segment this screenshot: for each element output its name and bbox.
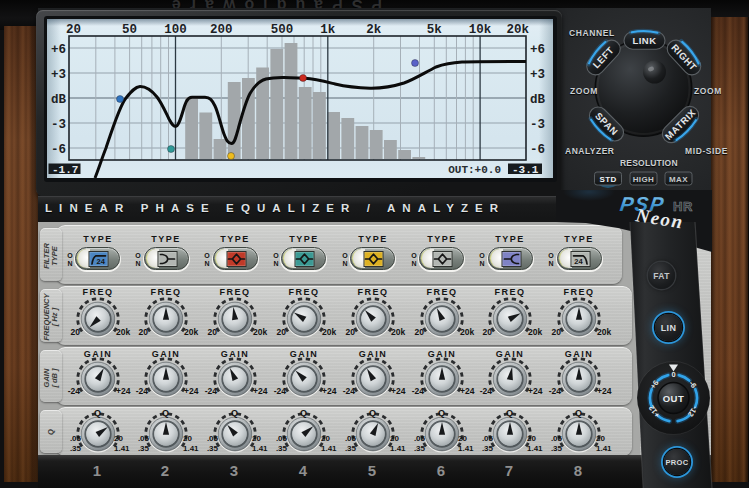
svg-text:OUT: OUT: [663, 393, 685, 404]
svg-text:dB: dB: [51, 93, 67, 107]
svg-text:-3: -3: [51, 118, 66, 132]
svg-text:LINK: LINK: [632, 35, 656, 46]
svg-text:-3: -3: [530, 118, 545, 132]
svg-text:5k: 5k: [427, 23, 443, 37]
svg-text:-6: -6: [51, 143, 66, 157]
svg-text:HIGH: HIGH: [633, 175, 655, 184]
svg-text:STD: STD: [599, 175, 616, 184]
svg-text:10k: 10k: [469, 23, 492, 37]
svg-text:+3: +3: [51, 68, 66, 82]
svg-text:-1.7: -1.7: [52, 164, 78, 176]
svg-text:20k: 20k: [506, 23, 529, 37]
svg-text:+6: +6: [51, 43, 66, 57]
svg-text:100: 100: [164, 23, 187, 37]
svg-text:20: 20: [66, 23, 81, 37]
svg-text:+6: +6: [530, 43, 545, 57]
svg-text:24: 24: [97, 257, 106, 266]
svg-text:50: 50: [122, 23, 137, 37]
svg-text:200: 200: [210, 23, 233, 37]
svg-text:+3: +3: [530, 68, 545, 82]
svg-text:0: 0: [671, 370, 675, 379]
svg-text:MAX: MAX: [669, 175, 688, 184]
svg-text:dB: dB: [530, 93, 546, 107]
svg-text:2k: 2k: [366, 23, 382, 37]
svg-text:-3.1: -3.1: [512, 164, 539, 176]
svg-text:500: 500: [271, 23, 294, 37]
svg-text:-6: -6: [530, 143, 545, 157]
svg-text:1k: 1k: [320, 23, 336, 37]
svg-text:OUT:+0.0: OUT:+0.0: [448, 164, 501, 176]
